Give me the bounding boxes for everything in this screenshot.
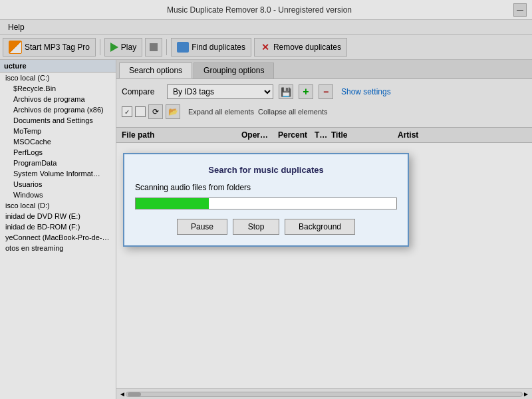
modal-title: Search for music duplicates bbox=[135, 165, 397, 175]
modal-dialog: Search for music duplicates Scanning aud… bbox=[123, 153, 409, 247]
stop-button[interactable]: Stop bbox=[233, 219, 279, 235]
pause-button[interactable]: Pause bbox=[177, 219, 227, 235]
modal-buttons: Pause Stop Background bbox=[135, 219, 397, 235]
modal-overlay: Search for music duplicates Scanning aud… bbox=[0, 0, 532, 399]
progress-track bbox=[135, 198, 397, 209]
background-button[interactable]: Background bbox=[285, 219, 355, 235]
progress-fill bbox=[136, 198, 209, 209]
modal-status: Scanning audio files from folders bbox=[135, 183, 397, 192]
